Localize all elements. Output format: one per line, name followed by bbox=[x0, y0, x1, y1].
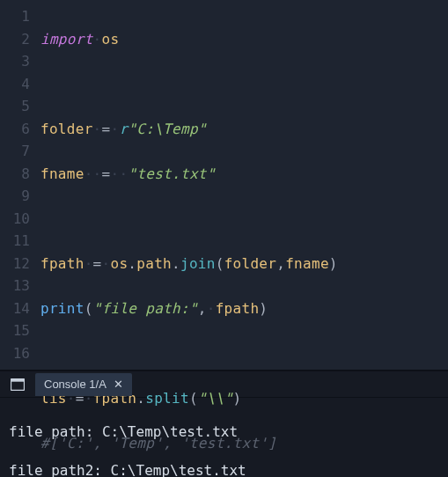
line-number: 7 bbox=[0, 140, 30, 163]
code-line[interactable] bbox=[40, 73, 448, 96]
code-line[interactable]: import·os bbox=[40, 28, 448, 51]
line-number: 1 bbox=[0, 5, 30, 28]
console-tab-label: Console 1/A bbox=[44, 378, 106, 391]
line-number: 12 bbox=[0, 253, 30, 275]
line-number: 14 bbox=[0, 297, 30, 320]
close-icon[interactable]: ✕ bbox=[114, 378, 123, 391]
code-line[interactable]: print("file path:",·fpath) bbox=[40, 297, 448, 320]
svg-rect-1 bbox=[11, 378, 25, 381]
console-icon[interactable] bbox=[5, 375, 30, 394]
code-area[interactable]: import·os folder·=·r"C:\Temp" fname··=··… bbox=[40, 5, 448, 370]
line-number: 13 bbox=[0, 275, 30, 297]
code-line[interactable]: fname··=··"test.txt" bbox=[40, 163, 448, 186]
line-number: 2 bbox=[0, 28, 30, 51]
line-number: 4 bbox=[0, 73, 30, 96]
line-number: 6 bbox=[0, 118, 30, 141]
line-number: 11 bbox=[0, 230, 30, 253]
line-number-gutter: 1 2 3 4 5 6 7 8 9 10 11 12 13 14 15 16 bbox=[0, 5, 40, 370]
code-line[interactable] bbox=[40, 208, 448, 231]
line-number: 10 bbox=[0, 208, 30, 231]
line-number: 5 bbox=[0, 95, 30, 118]
line-number: 15 bbox=[0, 319, 30, 342]
code-line[interactable] bbox=[40, 342, 448, 365]
console-tab[interactable]: Console 1/A ✕ bbox=[35, 373, 132, 396]
line-number: 9 bbox=[0, 185, 30, 208]
code-line[interactable]: folder·=·r"C:\Temp" bbox=[40, 118, 448, 141]
code-line[interactable]: fpath·=·os.path.join(folder,fname) bbox=[40, 253, 448, 275]
line-number: 3 bbox=[0, 50, 30, 73]
code-editor[interactable]: 1 2 3 4 5 6 7 8 9 10 11 12 13 14 15 16 i… bbox=[0, 0, 448, 370]
line-number: 16 bbox=[0, 342, 30, 365]
line-number: 8 bbox=[0, 163, 30, 186]
